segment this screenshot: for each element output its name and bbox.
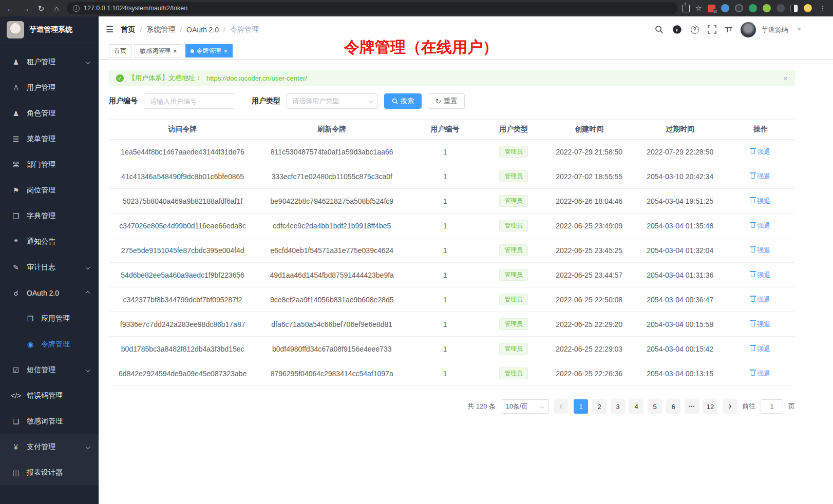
action-cell: 强退 bbox=[726, 270, 795, 280]
force-logout-button[interactable]: 强退 bbox=[751, 172, 770, 181]
font-size-icon[interactable]: TT bbox=[725, 25, 732, 34]
force-logout-button[interactable]: 强退 bbox=[751, 320, 770, 329]
extension-dark-icon[interactable] bbox=[735, 4, 743, 12]
user-type-cell: 管理员 bbox=[483, 220, 544, 231]
sidebar-item-sms[interactable]: ☑短信管理 bbox=[0, 357, 99, 383]
page-button-2[interactable]: 2 bbox=[592, 399, 607, 414]
extension-puzzle-icon[interactable] bbox=[763, 4, 771, 12]
sidebar-item-dict[interactable]: ❒字典管理 bbox=[0, 203, 99, 229]
force-logout-button[interactable]: 强退 bbox=[751, 270, 770, 280]
search-button[interactable]: 搜索 bbox=[384, 93, 422, 109]
alert-close-icon[interactable]: × bbox=[783, 74, 788, 83]
delete-icon bbox=[751, 273, 755, 277]
user-type-tag: 管理员 bbox=[499, 269, 528, 281]
search-button-label: 搜索 bbox=[401, 96, 414, 106]
extension-red-icon[interactable] bbox=[708, 5, 715, 12]
sidebar-item-role[interactable]: ♟角色管理 bbox=[0, 101, 99, 126]
page-button-4[interactable]: 4 bbox=[629, 399, 643, 414]
breadcrumb-item[interactable]: 系统管理 bbox=[146, 25, 175, 34]
created-time-cell: 2022-06-25 22:29:20 bbox=[544, 320, 634, 328]
page-button-12[interactable]: 12 bbox=[703, 399, 717, 414]
breadcrumb-item[interactable]: 首页 bbox=[121, 25, 135, 34]
github-icon[interactable] bbox=[672, 25, 682, 34]
sidebar-item-token[interactable]: ◉令牌管理 bbox=[0, 332, 99, 357]
user-name[interactable]: 芋道源码 bbox=[762, 25, 788, 34]
user-type-cell: 管理员 bbox=[483, 294, 544, 305]
sidebar-item-post[interactable]: ⚑岗位管理 bbox=[0, 178, 99, 203]
page-size-select[interactable]: 10条/页 bbox=[501, 399, 549, 414]
chevron-down-icon bbox=[86, 265, 90, 269]
created-time-cell: 2022-07-29 21:58:50 bbox=[544, 148, 634, 156]
search-icon[interactable] bbox=[655, 25, 664, 34]
sidebar-item-audit-log[interactable]: ✎审计日志 bbox=[0, 255, 99, 280]
bookmark-star-icon[interactable]: ☆ bbox=[695, 4, 702, 13]
theme-toggle-icon[interactable] bbox=[790, 5, 798, 12]
user-avatar[interactable] bbox=[741, 22, 756, 37]
page-button-5[interactable]: 5 bbox=[648, 399, 662, 414]
extension-paw-icon[interactable] bbox=[777, 4, 785, 12]
tab-close-icon[interactable]: × bbox=[224, 48, 228, 54]
fullscreen-icon[interactable] bbox=[708, 25, 716, 34]
goto-label: 前往 bbox=[742, 402, 755, 411]
tab-close-icon[interactable]: × bbox=[173, 48, 177, 54]
user-id-cell: 1 bbox=[407, 320, 483, 328]
browser-menu-icon[interactable]: ⋮ bbox=[818, 5, 828, 12]
force-logout-button[interactable]: 强退 bbox=[751, 221, 770, 230]
expire-time-cell: 2054-03-04 00:15:59 bbox=[634, 320, 726, 328]
access-token-cell: 54d6be82ee5a460a9aedc1f9bf223656 bbox=[109, 271, 256, 279]
next-page-button[interactable] bbox=[723, 399, 737, 414]
reload-icon[interactable]: ↻ bbox=[36, 5, 46, 12]
page-button-6[interactable]: 6 bbox=[666, 399, 680, 414]
sidebar-item-notice[interactable]: ❝通知公告 bbox=[0, 229, 99, 255]
doc-link[interactable]: https://doc.iocoder.cn/user-center/ bbox=[206, 74, 307, 82]
forward-icon[interactable]: → bbox=[21, 5, 31, 12]
sidebar-item-app[interactable]: ❐应用管理 bbox=[0, 306, 99, 332]
goto-page-input[interactable] bbox=[761, 399, 783, 414]
profile-avatar-icon[interactable] bbox=[804, 4, 812, 12]
table-row: 54d6be82ee5a460a9aedc1f9bf22365649d1aa46… bbox=[109, 263, 795, 287]
site-info-icon[interactable]: i bbox=[73, 5, 80, 12]
sidebar-item-label: 敏感词管理 bbox=[27, 417, 63, 426]
home-icon[interactable]: ⌂ bbox=[51, 5, 62, 12]
chevron-down-icon bbox=[369, 99, 373, 103]
sidebar-item-payment[interactable]: ¥支付管理 bbox=[0, 434, 99, 460]
user-type-select[interactable]: 请选择用户类型 bbox=[287, 93, 378, 109]
page-button-3[interactable]: 3 bbox=[611, 399, 625, 414]
breadcrumb-item[interactable]: OAuth 2.0 bbox=[186, 26, 219, 34]
help-icon[interactable]: ? bbox=[691, 26, 699, 34]
action-cell: 强退 bbox=[726, 246, 795, 255]
sidebar-item-oauth[interactable]: ☌OAuth 2.0 bbox=[0, 280, 99, 306]
delete-icon bbox=[751, 199, 755, 203]
more-pages-button[interactable]: ••• bbox=[685, 399, 699, 414]
reset-button[interactable]: ↻ 重置 bbox=[428, 93, 465, 109]
sidebar-toggle-icon[interactable]: ☰ bbox=[106, 24, 113, 35]
extension-blue-icon[interactable] bbox=[721, 4, 729, 12]
force-logout-button[interactable]: 强退 bbox=[751, 246, 770, 255]
page-button-1[interactable]: 1 bbox=[574, 399, 588, 414]
access-token-cell: c342377bf8b344799dcbf7bf095287f2 bbox=[109, 296, 256, 304]
sidebar-item-menu[interactable]: ☰菜单管理 bbox=[0, 126, 99, 152]
force-logout-button[interactable]: 强退 bbox=[751, 147, 770, 157]
tab-令牌管理[interactable]: 令牌管理× bbox=[185, 44, 233, 57]
force-logout-button[interactable]: 强退 bbox=[751, 344, 770, 354]
back-icon[interactable]: ← bbox=[5, 5, 15, 12]
user-id-input[interactable] bbox=[144, 93, 235, 109]
sidebar-item-tenant[interactable]: ♟租户管理 bbox=[0, 49, 99, 75]
tab-敏感词管理[interactable]: 敏感词管理× bbox=[135, 44, 182, 57]
app-logo[interactable]: 芋道管理系统 bbox=[0, 16, 99, 43]
tab-首页[interactable]: 首页 bbox=[109, 44, 131, 57]
force-logout-button[interactable]: 强退 bbox=[751, 197, 770, 206]
sidebar-item-sensitive-word[interactable]: ❏敏感词管理 bbox=[0, 409, 99, 434]
force-logout-button[interactable]: 强退 bbox=[751, 369, 770, 378]
sidebar-item-error-code[interactable]: </>错误码管理 bbox=[0, 383, 99, 409]
user-menu-caret-icon[interactable] bbox=[797, 28, 801, 31]
address-bar[interactable]: i 127.0.0.1:1024/system/oauth2/token bbox=[67, 2, 677, 14]
extension-green-icon[interactable] bbox=[749, 4, 757, 12]
sidebar-item-dept[interactable]: ⌘部门管理 bbox=[0, 152, 99, 178]
chevron-up-icon bbox=[86, 291, 90, 295]
share-icon[interactable] bbox=[683, 5, 690, 12]
force-logout-button[interactable]: 强退 bbox=[751, 295, 770, 304]
prev-page-button[interactable] bbox=[554, 399, 569, 414]
sidebar-item-user[interactable]: ♙用户管理 bbox=[0, 75, 99, 101]
sidebar-item-report-designer[interactable]: ◫报表设计器 bbox=[0, 460, 99, 486]
